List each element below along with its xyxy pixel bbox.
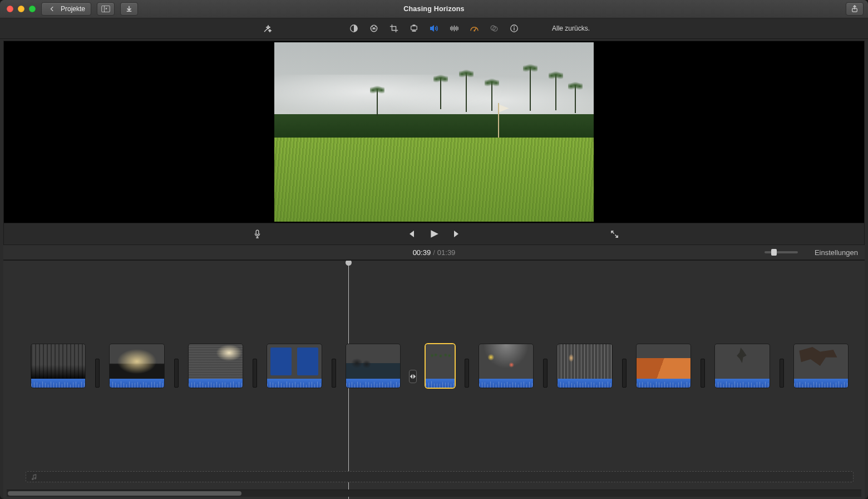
svg-point-7 [375, 28, 376, 30]
crop-icon[interactable] [389, 23, 399, 33]
clip-boardwalk[interactable] [558, 344, 611, 388]
inspector-toolbar: Alle zurücks. [0, 18, 868, 39]
svg-rect-11 [412, 31, 416, 32]
clip-audio-waveform [558, 379, 611, 388]
scrollbar-thumb[interactable] [8, 491, 241, 496]
prev-button[interactable] [406, 229, 416, 239]
clip-thumbnail [267, 344, 321, 379]
transition-gap[interactable] [332, 356, 336, 388]
time-readout: 00:39 / 01:39 [413, 248, 456, 257]
clip-audio-waveform [110, 379, 164, 388]
clip-thumbnail [558, 344, 611, 379]
speed-icon[interactable] [469, 23, 479, 33]
titlebar: Projekte Chasing Horizons [0, 0, 868, 18]
back-to-projects-button[interactable]: Projekte [41, 2, 91, 16]
svg-point-6 [375, 26, 376, 27]
clip-thumbnail [110, 344, 164, 379]
clip-misty-road[interactable] [110, 344, 164, 388]
svg-point-16 [514, 26, 515, 27]
play-button[interactable] [429, 229, 439, 239]
clip-dunes[interactable] [637, 344, 691, 388]
svg-point-12 [474, 30, 475, 31]
timeline-settings-button[interactable]: Einstellungen [815, 248, 858, 257]
clip-audio-waveform [479, 379, 533, 388]
clip-audio-waveform [715, 379, 769, 388]
voiceover-button[interactable] [252, 229, 262, 239]
clip-audio-waveform [31, 379, 85, 388]
transition-gap[interactable] [95, 356, 100, 388]
clip-thumbnail [794, 344, 848, 379]
playbar [3, 223, 865, 245]
clip-thumbnail [637, 344, 691, 379]
horizontal-scrollbar[interactable] [7, 490, 861, 497]
clip-pool[interactable] [479, 344, 533, 388]
library-media-icon [101, 4, 111, 14]
timeline-zoom-slider[interactable] [765, 251, 798, 253]
info-icon[interactable] [509, 23, 519, 33]
transition-gap[interactable] [543, 356, 548, 388]
library-media-button[interactable] [97, 2, 115, 16]
import-button[interactable] [120, 2, 138, 16]
transition-gap[interactable] [622, 356, 627, 388]
clip-audio-waveform [637, 379, 691, 388]
clip-thumbnail [479, 344, 533, 379]
svg-point-5 [372, 26, 373, 27]
volume-icon[interactable] [429, 23, 439, 33]
clip-audio-waveform [267, 379, 321, 388]
clip-audio-waveform [189, 379, 243, 388]
svg-rect-9 [411, 26, 417, 30]
fullscreen-button[interactable] [609, 229, 619, 239]
project-title: Chasing Horizons [403, 5, 464, 13]
clip-audio-waveform [794, 379, 848, 388]
viewer-panel [3, 41, 865, 223]
svg-rect-18 [256, 230, 259, 234]
stabilize-icon[interactable] [409, 23, 419, 33]
zoom-window-button[interactable] [29, 6, 36, 12]
clip-thumbnail [31, 344, 85, 379]
clip-rice-field[interactable] [426, 344, 455, 388]
transition-gap[interactable] [780, 356, 784, 388]
filters-icon[interactable] [489, 23, 499, 33]
clip-thumbnail [426, 344, 455, 379]
preview-frame [274, 42, 594, 222]
timeline[interactable] [3, 260, 865, 499]
transition-button[interactable] [409, 370, 417, 383]
clip-forest[interactable] [31, 344, 85, 388]
transition-gap[interactable] [701, 356, 705, 388]
minimize-window-button[interactable] [18, 6, 24, 12]
music-note-icon [29, 472, 40, 482]
clip-runner[interactable] [794, 344, 848, 388]
reset-all-button[interactable]: Alle zurücks. [552, 25, 590, 32]
inspector-icons [349, 23, 519, 33]
transition-gap[interactable] [174, 356, 179, 388]
noise-icon[interactable] [449, 23, 459, 33]
clip-thumbnail [715, 344, 769, 379]
share-icon [850, 4, 860, 14]
clip-blue-panels[interactable] [267, 344, 321, 388]
clip-jumper[interactable] [715, 344, 769, 388]
clip-thumbnail [189, 344, 243, 379]
color-balance-icon[interactable] [349, 23, 359, 33]
enhance-icon[interactable] [263, 23, 273, 33]
back-label: Projekte [61, 5, 85, 13]
window-controls [7, 6, 36, 12]
share-button[interactable] [846, 2, 864, 16]
video-canvas[interactable] [4, 41, 864, 223]
app-window: Projekte Chasing Horizons [0, 0, 868, 499]
color-wheel-icon[interactable] [369, 23, 379, 33]
clip-audio-waveform [426, 379, 455, 388]
close-window-button[interactable] [7, 6, 13, 12]
transport-controls [406, 229, 462, 239]
music-track[interactable] [26, 471, 854, 482]
next-button[interactable] [452, 229, 462, 239]
transition-gap[interactable] [253, 356, 257, 388]
time-current: 00:39 [413, 248, 431, 257]
clip-thumbnail [346, 344, 400, 379]
transition-gap[interactable] [465, 356, 469, 388]
clip-sunset-sea[interactable] [189, 344, 243, 388]
transition-gap[interactable] [410, 374, 416, 388]
svg-rect-17 [514, 28, 514, 31]
time-separator: / [433, 248, 435, 257]
svg-rect-10 [412, 25, 415, 26]
clip-beach-rocks[interactable] [346, 344, 400, 388]
